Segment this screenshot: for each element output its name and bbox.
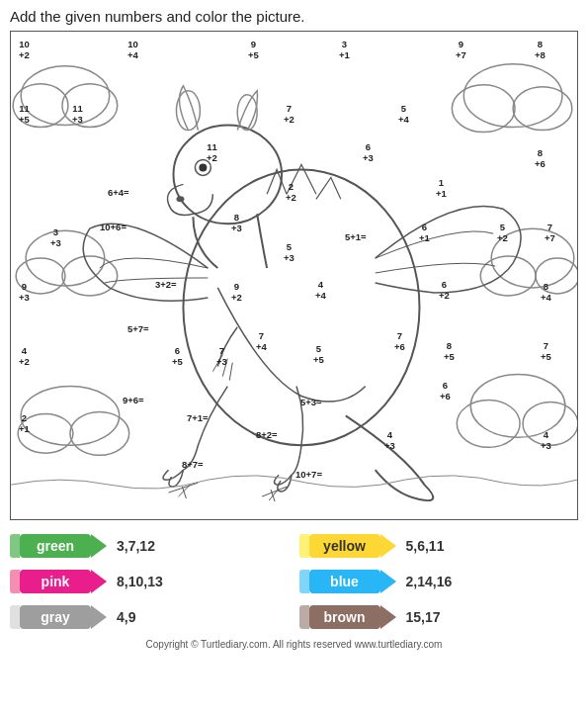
math-label-m49: 10+7= bbox=[295, 470, 322, 481]
math-label-m39: 7+5 bbox=[541, 341, 551, 363]
math-label-m38: 8+5 bbox=[444, 341, 455, 363]
math-label-m18: 10+6= bbox=[100, 223, 126, 233]
math-label-m10: 5+4 bbox=[398, 104, 409, 126]
crayon-tail-brown bbox=[299, 605, 309, 629]
math-label-m29: 6+2 bbox=[439, 280, 450, 302]
math-label-m4: 3+1 bbox=[339, 40, 350, 61]
math-label-m36: 5+5 bbox=[313, 344, 324, 366]
math-label-m31: 4+2 bbox=[19, 346, 30, 368]
key-item-yellow: yellow 5,6,11 bbox=[299, 530, 579, 562]
math-label-m9: 7+2 bbox=[284, 104, 294, 126]
page: Add the given numbers and color the pict… bbox=[0, 0, 588, 717]
crayon-tail-yellow bbox=[299, 534, 309, 558]
key-numbers-gray: 4,9 bbox=[117, 609, 135, 625]
math-label-m47: 4+3 bbox=[541, 430, 551, 452]
crayon-label-yellow: yellow bbox=[309, 534, 380, 558]
key-numbers-brown: 15,17 bbox=[406, 609, 441, 625]
math-label-m30: 8+4 bbox=[541, 282, 551, 304]
math-label-m6: 8+8 bbox=[535, 40, 546, 61]
math-label-m2: 10+4 bbox=[127, 40, 138, 61]
key-item-pink: pink 8,10,13 bbox=[10, 566, 290, 597]
crayon-label-green: green bbox=[20, 534, 91, 558]
crayon-yellow: yellow bbox=[299, 530, 396, 562]
math-label-m8: 11+3 bbox=[72, 104, 83, 126]
color-key-section: green 3,7,12 yellow 5,6,11 pink 8,10,13 bbox=[10, 528, 578, 635]
crayon-tip-pink bbox=[91, 570, 107, 593]
math-label-m46: 4+3 bbox=[384, 430, 395, 452]
key-numbers-green: 3,7,12 bbox=[117, 538, 155, 554]
math-label-m41: 7+1= bbox=[187, 413, 209, 424]
crayon-label-blue: blue bbox=[309, 570, 380, 593]
crayon-tip-yellow bbox=[380, 534, 396, 558]
key-item-blue: blue 2,14,16 bbox=[299, 566, 579, 597]
math-label-m22: 6+1 bbox=[419, 223, 430, 244]
crayon-label-brown: brown bbox=[309, 605, 380, 629]
crayon-tip-green bbox=[91, 534, 107, 558]
math-label-m40: 9+6= bbox=[123, 396, 144, 406]
crayon-blue: blue bbox=[299, 566, 396, 597]
math-label-m24: 7+7 bbox=[545, 223, 555, 244]
math-label-m25: 9+3 bbox=[19, 282, 30, 304]
math-label-m12: 11+2 bbox=[207, 142, 217, 164]
key-item-gray: gray 4,9 bbox=[10, 601, 290, 633]
math-label-m34: 7+3 bbox=[216, 346, 227, 368]
crayon-brown: brown bbox=[299, 601, 396, 633]
crayon-tail-green bbox=[10, 534, 20, 558]
crayon-green: green bbox=[10, 530, 107, 562]
math-label-m27: 9+2 bbox=[231, 282, 242, 304]
math-label-m44: 2+1 bbox=[19, 413, 30, 435]
math-label-m21: 5+1= bbox=[345, 232, 367, 243]
crayon-tip-blue bbox=[380, 570, 396, 593]
math-label-m35: 7+4 bbox=[256, 331, 267, 353]
math-label-m45: 8+2= bbox=[256, 430, 278, 441]
crayon-tail-gray bbox=[10, 605, 20, 629]
crayon-pink: pink bbox=[10, 566, 107, 597]
math-label-m20: 5+3 bbox=[284, 242, 294, 264]
math-label-m32: 5+7= bbox=[127, 324, 149, 335]
key-numbers-yellow: 5,6,11 bbox=[406, 538, 445, 554]
crayon-tail-blue bbox=[299, 570, 309, 593]
math-label-m19: 8+3 bbox=[231, 213, 242, 234]
math-label-m3: 9+5 bbox=[248, 40, 259, 61]
page-title: Add the given numbers and color the pict… bbox=[10, 8, 578, 25]
crayon-tip-gray bbox=[91, 605, 107, 629]
copyright-text: Copyright © Turtlediary.com. All rights … bbox=[10, 639, 578, 650]
math-label-m37: 7+6 bbox=[394, 331, 405, 353]
math-label-m33: 6+5 bbox=[172, 346, 183, 368]
math-labels-overlay: 10+2 10+4 9+5 3+1 9+7 8+8 11+5 11+3 7+2 … bbox=[11, 32, 577, 519]
math-label-m15: 2+2 bbox=[286, 182, 296, 204]
crayon-label-pink: pink bbox=[20, 570, 91, 593]
key-numbers-pink: 8,10,13 bbox=[117, 574, 163, 589]
math-label-m48: 8+7= bbox=[182, 460, 204, 471]
math-label-m28: 4+4 bbox=[315, 280, 326, 302]
math-label-m43: 6+6 bbox=[440, 381, 451, 403]
math-label-m14: 6+4= bbox=[108, 188, 129, 199]
math-label-m26: 3+2= bbox=[155, 280, 177, 291]
crayon-tail-pink bbox=[10, 570, 20, 593]
key-item-brown: brown 15,17 bbox=[299, 601, 579, 633]
key-item-green: green 3,7,12 bbox=[10, 530, 290, 562]
crayon-tip-brown bbox=[380, 605, 396, 629]
coloring-image: 10+2 10+4 9+5 3+1 9+7 8+8 11+5 11+3 7+2 … bbox=[10, 31, 578, 520]
math-label-m1: 10+2 bbox=[19, 40, 30, 61]
math-label-m7: 11+5 bbox=[19, 104, 30, 126]
key-numbers-blue: 2,14,16 bbox=[406, 574, 453, 589]
math-label-m5: 9+7 bbox=[456, 40, 466, 61]
crayon-label-gray: gray bbox=[20, 605, 91, 629]
math-label-m13: 6+3 bbox=[363, 142, 374, 164]
crayon-gray: gray bbox=[10, 601, 107, 633]
math-label-m16: 1+1 bbox=[436, 178, 447, 200]
math-label-m17: 3+3 bbox=[50, 227, 61, 249]
math-label-m42: 5+3= bbox=[300, 398, 322, 408]
math-label-m23: 5+2 bbox=[497, 223, 508, 244]
math-label-m11: 8+6 bbox=[535, 148, 546, 170]
